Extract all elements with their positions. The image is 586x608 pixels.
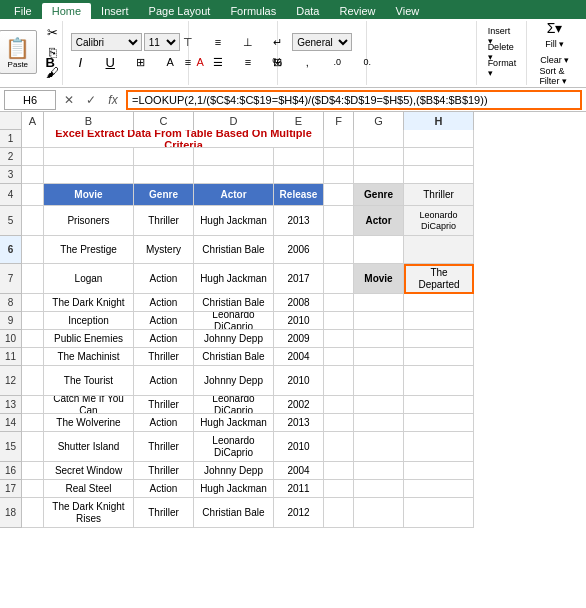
col-header-g[interactable]: G	[354, 112, 404, 130]
cell-a15[interactable]	[22, 432, 44, 462]
cell-a18[interactable]	[22, 498, 44, 528]
cell-b10[interactable]: Public Enemies	[44, 330, 134, 348]
cell-g2[interactable]	[354, 148, 404, 166]
cell-c13[interactable]: Thriller	[134, 396, 194, 414]
cell-h5[interactable]: Leonardo DiCaprio	[404, 206, 474, 236]
cell-f7[interactable]	[324, 264, 354, 294]
clear-button[interactable]: Clear ▾	[536, 53, 573, 67]
row-header-7[interactable]: 7	[0, 264, 21, 294]
cell-d17[interactable]: Hugh Jackman	[194, 480, 274, 498]
cell-g8[interactable]	[354, 294, 404, 312]
cell-d12[interactable]: Johnny Depp	[194, 366, 274, 396]
cell-a9[interactable]	[22, 312, 44, 330]
col-header-d[interactable]: D	[194, 112, 274, 130]
autosum-button[interactable]: Σ▾	[536, 21, 573, 35]
cell-d4[interactable]: Actor	[194, 184, 274, 206]
cell-h10[interactable]	[404, 330, 474, 348]
cell-g11[interactable]	[354, 348, 404, 366]
cell-h16[interactable]	[404, 462, 474, 480]
font-family-select[interactable]: Calibri	[71, 33, 142, 51]
cell-f15[interactable]	[324, 432, 354, 462]
cell-e17[interactable]: 2011	[274, 480, 324, 498]
row-header-12[interactable]: 12	[0, 366, 21, 396]
cell-c8[interactable]: Action	[134, 294, 194, 312]
cell-g13[interactable]	[354, 396, 404, 414]
tab-data[interactable]: Data	[286, 3, 329, 19]
cell-c16[interactable]: Thriller	[134, 462, 194, 480]
fill-button[interactable]: Fill ▾	[536, 37, 573, 51]
cell-b2[interactable]	[44, 148, 134, 166]
cell-e3[interactable]	[274, 166, 324, 184]
cell-a1[interactable]	[22, 130, 44, 148]
cell-b3[interactable]	[44, 166, 134, 184]
cell-g17[interactable]	[354, 480, 404, 498]
row-header-11[interactable]: 11	[0, 348, 21, 366]
cell-d13[interactable]: Leonardo DiCaprio	[194, 396, 274, 414]
cell-d11[interactable]: Christian Bale	[194, 348, 274, 366]
row-header-4[interactable]: 4	[0, 184, 21, 206]
align-left-button[interactable]: ≡	[174, 53, 202, 71]
cell-b5[interactable]: Prisoners	[44, 206, 134, 236]
cell-c7[interactable]: Action	[134, 264, 194, 294]
cell-g3[interactable]	[354, 166, 404, 184]
tab-page-layout[interactable]: Page Layout	[139, 3, 221, 19]
cell-e6[interactable]: 2006	[274, 236, 324, 264]
cell-g18[interactable]	[354, 498, 404, 528]
col-header-e[interactable]: E	[274, 112, 324, 130]
cell-c14[interactable]: Action	[134, 414, 194, 432]
col-header-f[interactable]: F	[324, 112, 354, 130]
col-header-b[interactable]: B	[44, 112, 134, 130]
cell-g16[interactable]	[354, 462, 404, 480]
cell-b16[interactable]: Secret Window	[44, 462, 134, 480]
formula-input[interactable]	[126, 90, 582, 110]
tab-file[interactable]: File	[4, 3, 42, 19]
row-header-18[interactable]: 18	[0, 498, 21, 528]
cell-f14[interactable]	[324, 414, 354, 432]
cell-c18[interactable]: Thriller	[134, 498, 194, 528]
cell-b15[interactable]: Shutter Island	[44, 432, 134, 462]
cell-b18[interactable]: The Dark Knight Rises	[44, 498, 134, 528]
cell-e8[interactable]: 2008	[274, 294, 324, 312]
cell-e7[interactable]: 2017	[274, 264, 324, 294]
align-bottom-button[interactable]: ⊥	[234, 33, 262, 51]
row-header-8[interactable]: 8	[0, 294, 21, 312]
cell-a11[interactable]	[22, 348, 44, 366]
confirm-formula-button[interactable]: ✓	[82, 91, 100, 109]
tab-home[interactable]: Home	[42, 3, 91, 19]
cell-a8[interactable]	[22, 294, 44, 312]
tab-view[interactable]: View	[386, 3, 430, 19]
cell-g10[interactable]	[354, 330, 404, 348]
row-header-6[interactable]: 6	[0, 236, 21, 264]
cell-d6[interactable]: Christian Bale	[194, 236, 274, 264]
cell-f6[interactable]	[324, 236, 354, 264]
cell-h15[interactable]	[404, 432, 474, 462]
cell-f11[interactable]	[324, 348, 354, 366]
cell-a4[interactable]	[22, 184, 44, 206]
sort-filter-button[interactable]: Sort & Filter ▾	[535, 69, 574, 83]
cell-g14[interactable]	[354, 414, 404, 432]
cell-b7[interactable]: Logan	[44, 264, 134, 294]
cell-f18[interactable]	[324, 498, 354, 528]
cell-h3[interactable]	[404, 166, 474, 184]
cell-g1[interactable]	[354, 130, 404, 148]
col-header-h[interactable]: H	[404, 112, 474, 130]
select-all-corner[interactable]	[0, 112, 22, 130]
cell-f3[interactable]	[324, 166, 354, 184]
cell-e5[interactable]: 2013	[274, 206, 324, 236]
cell-d16[interactable]: Johnny Depp	[194, 462, 274, 480]
cell-h8[interactable]	[404, 294, 474, 312]
col-header-c[interactable]: C	[134, 112, 194, 130]
row-header-10[interactable]: 10	[0, 330, 21, 348]
cell-e16[interactable]: 2004	[274, 462, 324, 480]
cell-g15[interactable]	[354, 432, 404, 462]
cell-c9[interactable]: Action	[134, 312, 194, 330]
cell-d7[interactable]: Hugh Jackman	[194, 264, 274, 294]
cell-e14[interactable]: 2013	[274, 414, 324, 432]
cell-c6[interactable]: Mystery	[134, 236, 194, 264]
cell-f5[interactable]	[324, 206, 354, 236]
cell-a16[interactable]	[22, 462, 44, 480]
italic-button[interactable]: I	[66, 53, 94, 71]
cell-a7[interactable]	[22, 264, 44, 294]
cell-a10[interactable]	[22, 330, 44, 348]
cell-h18[interactable]	[404, 498, 474, 528]
